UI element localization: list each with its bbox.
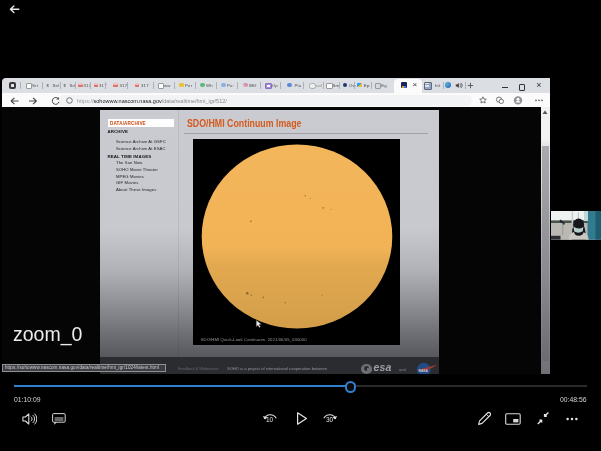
svg-text:NASA: NASA xyxy=(418,368,428,372)
